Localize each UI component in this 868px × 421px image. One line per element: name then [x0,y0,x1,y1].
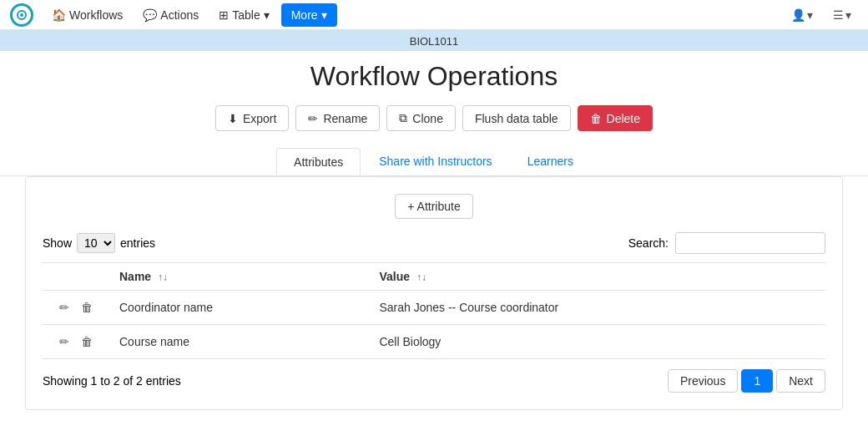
entries-label: entries [120,236,155,250]
pagination: Previous 1 Next [668,369,825,393]
show-entries: Show 10 25 50 entries [43,233,155,253]
row2-name: Course name [109,325,369,359]
trash-icon: 🗑 [590,112,602,125]
user-menu-button[interactable]: 👤 ▾ [785,5,820,25]
row1-delete-button[interactable]: 🗑 [78,299,96,316]
course-code: BIOL1011 [410,35,459,48]
table-caret-icon: ▾ [264,8,270,22]
table-footer: Showing 1 to 2 of 2 entries Previous 1 N… [43,369,825,393]
tab-attributes-label: Attributes [294,155,343,169]
settings-icon: ☰ [833,8,844,22]
table-row: ✏ 🗑 Course name Cell Biology [43,325,825,359]
add-attribute-wrapper: + Attribute [43,194,825,219]
col-value-label: Value [379,270,410,283]
table-row: ✏ 🗑 Coordinator name Sarah Jones -- Cour… [43,291,825,325]
tabs: Attributes Share with Instructors Learne… [0,148,868,176]
course-banner: BIOL1011 [0,30,868,51]
svg-point-1 [20,13,23,17]
next-button[interactable]: Next [776,369,825,393]
tab-share[interactable]: Share with Instructors [362,148,508,175]
flush-button[interactable]: Flush data table [462,105,571,131]
name-sort-icon: ↑↓ [158,271,168,283]
nav-workflows-label: Workflows [69,8,123,22]
table-icon: ⊞ [219,8,229,22]
nav-workflows[interactable]: 🏠 Workflows [43,0,131,30]
table-body: ✏ 🗑 Coordinator name Sarah Jones -- Cour… [43,291,825,359]
page-title: Workflow Operations [0,51,868,105]
row2-action-buttons: ✏ 🗑 [53,333,99,350]
row2-delete-button[interactable]: 🗑 [78,333,96,350]
rename-icon: ✏ [308,112,318,125]
show-label: Show [43,236,72,250]
nav-actions-label: Actions [160,8,199,22]
main-content: + Attribute Show 10 25 50 entries Search… [25,176,843,410]
row2-edit-button[interactable]: ✏ [56,333,73,350]
tab-share-label: Share with Instructors [379,155,492,168]
flush-label: Flush data table [475,112,558,125]
row1-actions: ✏ 🗑 [43,291,109,325]
row1-name: Coordinator name [109,291,369,325]
data-table: Name ↑↓ Value ↑↓ ✏ 🗑 Coordinator na [43,262,825,359]
tab-learners-label: Learners [527,155,573,168]
col-name: Name ↑↓ [109,263,369,291]
more-button-label: More [291,8,318,22]
nav-table-label: Table [232,8,260,22]
rename-label: Rename [323,112,367,125]
tab-attributes[interactable]: Attributes [276,148,361,175]
row2-actions: ✏ 🗑 [43,325,109,359]
value-sort-icon: ↑↓ [416,271,426,283]
tab-learners[interactable]: Learners [511,148,590,175]
action-buttons: ⬇ Export ✏ Rename ⧉ Clone Flush data tab… [0,105,868,131]
row1-value: Sarah Jones -- Course coordinator [369,291,825,325]
search-label: Search: [628,236,669,250]
col-value: Value ↑↓ [369,263,825,291]
export-icon: ⬇ [228,112,238,125]
previous-button[interactable]: Previous [668,369,738,393]
add-attribute-label: + Attribute [407,200,460,213]
rename-button[interactable]: ✏ Rename [295,105,380,131]
search-input[interactable] [675,232,825,254]
table-header-row: Name ↑↓ Value ↑↓ [43,263,825,291]
delete-label: Delete [607,112,640,125]
more-button[interactable]: More ▾ [281,3,337,27]
navbar-right: 👤 ▾ ☰ ▾ [785,5,858,25]
nav-actions[interactable]: 💬 Actions [134,0,207,30]
nav-table[interactable]: ⊞ Table ▾ [210,0,277,30]
user-caret-icon: ▾ [807,8,813,22]
brand-logo [10,3,33,27]
settings-menu-button[interactable]: ☰ ▾ [826,5,858,25]
next-label: Next [789,374,813,388]
col-actions [43,263,109,291]
row2-value: Cell Biology [369,325,825,359]
comment-icon: 💬 [143,8,157,22]
more-caret-icon: ▾ [321,8,327,22]
clone-icon: ⧉ [399,111,407,125]
export-button[interactable]: ⬇ Export [215,105,289,131]
row1-action-buttons: ✏ 🗑 [53,299,99,316]
entries-select[interactable]: 10 25 50 [77,233,115,253]
navbar: 🏠 Workflows 💬 Actions ⊞ Table ▾ More ▾ 👤… [0,0,868,30]
col-name-label: Name [119,270,151,283]
row1-edit-button[interactable]: ✏ [56,299,73,316]
home-icon: 🏠 [52,8,66,22]
table-head: Name ↑↓ Value ↑↓ [43,263,825,291]
clone-label: Clone [412,112,443,125]
search-box: Search: [628,232,825,254]
add-attribute-button[interactable]: + Attribute [395,194,472,219]
logo-icon [10,3,33,27]
page-1-button[interactable]: 1 [741,369,773,393]
previous-label: Previous [680,374,725,388]
footer-text: Showing 1 to 2 of 2 entries [43,374,181,388]
user-icon: 👤 [791,8,805,22]
delete-button[interactable]: 🗑 Delete [578,105,653,131]
export-label: Export [243,112,276,125]
table-controls: Show 10 25 50 entries Search: [43,232,825,254]
clone-button[interactable]: ⧉ Clone [386,105,456,131]
page-1-label: 1 [754,374,760,388]
settings-caret-icon: ▾ [845,8,851,22]
